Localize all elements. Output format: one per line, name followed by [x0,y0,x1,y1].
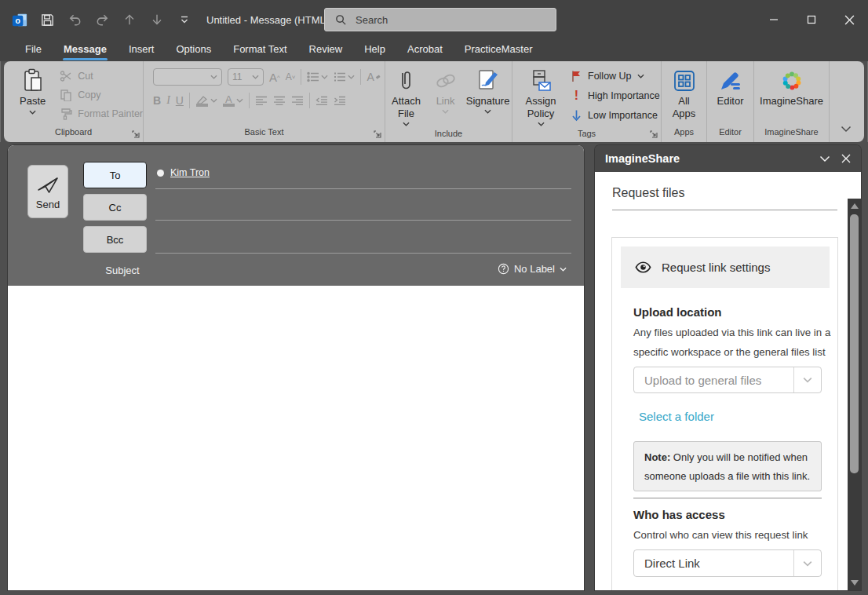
access-select[interactable]: Direct Link [633,549,822,577]
format-painter-button[interactable]: Format Painter [60,106,143,121]
presence-dot-icon [157,170,164,177]
tab-message[interactable]: Message [53,39,118,61]
titlebar: o Untitled - Message (HTML) [0,0,868,39]
ribbon-group-imagineshare: ImagineShare ImagineShare [754,61,830,142]
quick-access-toolbar: o [0,10,194,29]
tab-insert[interactable]: Insert [118,39,166,61]
italic-button[interactable]: I [166,94,170,107]
link-button[interactable]: Link [429,67,462,114]
clear-formatting-button[interactable]: A [367,71,381,83]
align-left-button[interactable] [255,96,268,106]
tags-dialog-launcher-icon[interactable] [650,130,658,138]
assign-policy-icon [530,67,552,95]
font-name-select[interactable] [153,68,222,86]
section-divider [633,498,822,498]
customize-quick-access-icon[interactable] [175,10,194,29]
undo-button[interactable] [65,10,84,29]
shrink-font-button[interactable]: A˅ [286,71,296,82]
compose-window: Send To Cc Bcc Kim Tron Subject No Label [8,145,584,590]
ribbon-spacer [830,61,864,142]
increase-indent-button[interactable] [334,96,346,106]
maximize-button[interactable] [793,0,830,39]
editor-button[interactable]: Editor [711,67,750,108]
request-link-settings-header[interactable]: Request link settings [621,246,830,288]
eye-icon [635,261,651,273]
bcc-field[interactable] [155,253,571,254]
assign-policy-button[interactable]: Assign Policy [519,67,563,126]
align-center-button[interactable] [273,96,286,106]
who-has-access-heading: Who has access [633,508,725,521]
decrease-indent-button[interactable] [315,96,328,106]
upload-location-description: Any files uploaded via this link can liv… [633,323,831,362]
attach-file-button[interactable]: Attach File [385,67,427,126]
bullet-list-button[interactable] [307,71,328,82]
grow-font-button[interactable]: A^ [269,71,280,84]
underline-button[interactable]: U [176,94,184,107]
move-down-button[interactable] [148,10,166,29]
bold-button[interactable]: B [153,94,161,107]
upload-location-select[interactable]: Upload to general files [633,367,822,393]
paste-dropdown-chevron [29,110,36,115]
tab-format-text[interactable]: Format Text [222,39,297,61]
signature-icon [477,67,499,95]
ribbon-group-tags: Assign Policy Follow Up ! High Importanc… [512,61,662,142]
send-plane-icon [36,173,60,194]
font-color-button[interactable]: A [223,95,243,107]
move-up-button[interactable] [120,10,139,29]
pane-close-icon[interactable] [841,154,851,163]
numbered-list-button[interactable] [334,71,355,82]
ribbon-tab-bar: File Message Insert Options Format Text … [0,39,868,61]
send-button[interactable]: Send [27,165,68,218]
collapse-ribbon-chevron-icon[interactable] [841,126,852,133]
scrollbar-thumb[interactable] [850,214,859,473]
paste-button[interactable]: Paste [16,67,49,115]
tab-practicemaster[interactable]: PracticeMaster [454,39,544,61]
copy-button[interactable]: Copy [60,87,143,102]
subject-field[interactable]: Subject [96,265,149,276]
scroll-up-icon[interactable] [851,203,859,209]
to-field[interactable] [155,188,571,189]
signature-button[interactable]: Signature [464,67,512,114]
cut-button[interactable]: Cut [60,68,143,83]
search-input[interactable]: Search [324,8,556,31]
tab-acrobat[interactable]: Acrobat [396,39,454,61]
font-size-select[interactable]: 11 [228,68,264,86]
bcc-button[interactable]: Bcc [83,226,147,253]
imagineshare-button[interactable]: ImagineShare [756,67,828,108]
redo-button[interactable] [93,10,111,29]
pane-collapse-chevron-icon[interactable] [819,155,830,162]
recipient-name[interactable]: Kim Tron [170,167,210,178]
align-right-button[interactable] [291,96,304,106]
tab-review[interactable]: Review [298,39,354,61]
upload-location-heading: Upload location [633,305,722,319]
close-button[interactable] [830,0,868,39]
high-importance-button[interactable]: ! High Importance [571,88,660,103]
save-button[interactable] [38,10,57,29]
scroll-down-icon[interactable] [851,580,859,586]
tab-file[interactable]: File [14,39,53,61]
pane-scrollbar[interactable] [848,199,861,590]
text-highlight-button[interactable] [195,94,217,107]
minimize-button[interactable] [755,0,793,39]
basic-text-dialog-launcher-icon[interactable] [374,130,381,138]
all-apps-button[interactable]: All Apps [666,67,702,120]
follow-up-button[interactable]: Follow Up [571,68,660,83]
message-body[interactable] [8,286,584,590]
imagineshare-pinwheel-icon [780,67,804,95]
cc-field[interactable] [155,220,571,221]
clipboard-dialog-launcher-icon[interactable] [132,130,140,138]
sensitivity-label-control[interactable]: No Label [498,263,567,275]
ribbon-group-basic-text: 11 A^ A˅ A B I U A [144,61,385,142]
low-importance-button[interactable]: Low Importance [571,108,660,122]
to-button[interactable]: To [83,162,147,188]
tab-help[interactable]: Help [353,39,396,61]
dropdown-chevron-icon [793,550,821,576]
tab-options[interactable]: Options [165,39,222,61]
select-folder-link[interactable]: Select a folder [639,410,714,423]
sensitivity-shield-icon [498,263,509,275]
pane-heading: Request files [612,186,685,200]
svg-text:o: o [15,16,20,25]
copy-icon [60,89,72,101]
recipient-chip[interactable]: Kim Tron [157,167,210,178]
cc-button[interactable]: Cc [83,194,147,221]
